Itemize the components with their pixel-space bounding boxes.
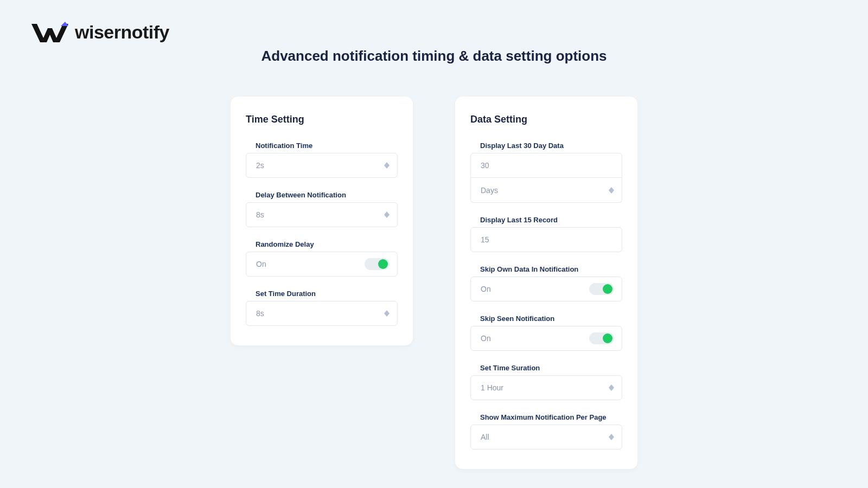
data-setting-card: Data Setting Display Last 30 Day Data 30…	[455, 97, 637, 469]
skip-own-data-value: On	[481, 285, 589, 293]
notification-time-label: Notification Time	[256, 142, 398, 150]
last-30-day-unit: Days	[481, 186, 609, 195]
skip-seen-label: Skip Seen Notification	[480, 314, 622, 323]
logo-icon	[31, 21, 68, 43]
time-duration-label: Set Time Duration	[256, 290, 398, 298]
time-card-title: Time Setting	[246, 114, 398, 125]
time-setting-card: Time Setting Notification Time 2s Delay …	[231, 97, 413, 345]
logo-text: wisernotify	[75, 22, 169, 43]
max-per-page-value: All	[481, 433, 609, 441]
randomize-delay-label: Randomize Delay	[256, 240, 398, 248]
skip-own-data-label: Skip Own Data In Notification	[480, 265, 622, 273]
set-time-suration-label: Set Time Suration	[480, 364, 622, 372]
max-per-page-select[interactable]: All	[470, 425, 622, 450]
skip-own-data-toggle[interactable]	[589, 283, 614, 295]
skip-seen-value: On	[481, 334, 589, 343]
time-duration-field: Set Time Duration 8s	[246, 290, 398, 326]
time-duration-input[interactable]: 8s	[246, 301, 398, 326]
skip-own-data-control: On	[470, 277, 622, 301]
randomize-delay-toggle[interactable]	[365, 258, 390, 270]
max-per-page-label: Show Maximum Notification Per Page	[480, 413, 622, 421]
set-time-suration-value: 1 Hour	[481, 383, 609, 392]
last-30-day-value: 30	[481, 161, 614, 170]
delay-between-input[interactable]: 8s	[246, 202, 398, 227]
last-15-record-input[interactable]: 15	[470, 227, 622, 252]
last-30-day-input[interactable]: 30	[470, 153, 622, 178]
stepper-icon[interactable]	[609, 187, 614, 194]
settings-cards: Time Setting Notification Time 2s Delay …	[231, 97, 637, 469]
skip-own-data-field: Skip Own Data In Notification On	[470, 265, 622, 301]
stepper-icon[interactable]	[384, 310, 390, 317]
last-30-day-unit-select[interactable]: Days	[470, 178, 622, 203]
randomize-delay-value: On	[256, 260, 365, 268]
last-15-record-field: Display Last 15 Record 15	[470, 216, 622, 252]
delay-between-field: Delay Between Notification 8s	[246, 191, 398, 227]
stepper-icon[interactable]	[609, 434, 614, 440]
delay-between-label: Delay Between Notification	[256, 191, 398, 199]
stepper-icon[interactable]	[384, 162, 390, 169]
skip-seen-control: On	[470, 326, 622, 351]
last-30-day-field: Display Last 30 Day Data 30 Days	[470, 142, 622, 203]
skip-seen-field: Skip Seen Notification On	[470, 314, 622, 351]
notification-time-field: Notification Time 2s	[246, 142, 398, 178]
notification-time-value: 2s	[256, 161, 384, 170]
delay-between-value: 8s	[256, 210, 384, 219]
data-card-title: Data Setting	[470, 114, 622, 125]
time-duration-value: 8s	[256, 309, 384, 318]
max-per-page-field: Show Maximum Notification Per Page All	[470, 413, 622, 450]
set-time-suration-select[interactable]: 1 Hour	[470, 375, 622, 400]
last-30-day-label: Display Last 30 Day Data	[480, 142, 622, 150]
brand-logo: wisernotify	[31, 21, 169, 43]
randomize-delay-control: On	[246, 252, 398, 277]
randomize-delay-field: Randomize Delay On	[246, 240, 398, 277]
page-title: Advanced notification timing & data sett…	[261, 48, 607, 65]
last-15-record-value: 15	[481, 235, 614, 244]
set-time-suration-field: Set Time Suration 1 Hour	[470, 364, 622, 400]
skip-seen-toggle[interactable]	[589, 332, 614, 344]
last-15-record-label: Display Last 15 Record	[480, 216, 622, 224]
stepper-icon[interactable]	[384, 211, 390, 218]
stepper-icon[interactable]	[609, 384, 614, 391]
notification-time-input[interactable]: 2s	[246, 153, 398, 178]
